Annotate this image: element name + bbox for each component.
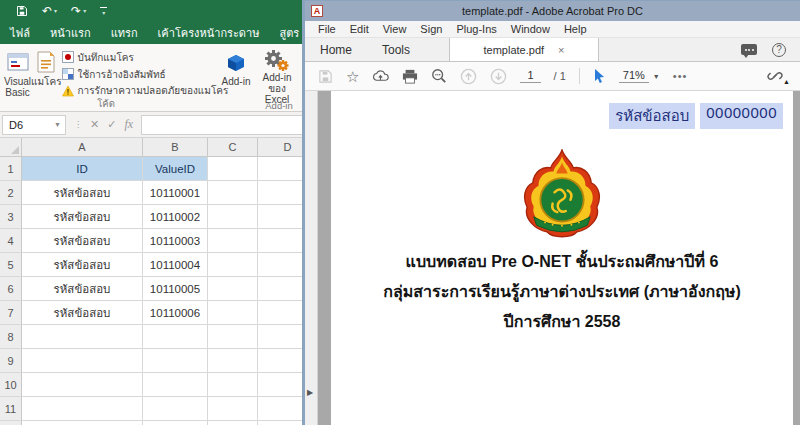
cell-c2[interactable] xyxy=(208,181,258,205)
cell-c5[interactable] xyxy=(208,253,258,277)
row-header[interactable]: 12 xyxy=(0,421,22,425)
cell-b11[interactable] xyxy=(143,397,208,421)
cell-b8[interactable] xyxy=(143,325,208,349)
row-header[interactable]: 2 xyxy=(0,181,22,205)
row-header[interactable]: 5 xyxy=(0,253,22,277)
next-page-button[interactable] xyxy=(490,68,507,85)
name-box[interactable]: D6 ▼ xyxy=(2,115,66,135)
column-header-a[interactable]: A xyxy=(22,138,143,157)
cell-c12[interactable] xyxy=(208,421,258,425)
cell-a11[interactable] xyxy=(22,397,143,421)
cell-b7[interactable]: 10110006 xyxy=(143,301,208,325)
macros-button[interactable]: แมโคร xyxy=(31,46,61,99)
cell-a6[interactable]: รหัสข้อสอบ xyxy=(22,277,143,301)
row-header[interactable]: 10 xyxy=(0,373,22,397)
menu-edit[interactable]: Edit xyxy=(343,21,376,37)
row-header[interactable]: 8 xyxy=(0,325,22,349)
menu-sign[interactable]: Sign xyxy=(413,21,449,37)
tab-acrobat-home[interactable]: Home xyxy=(305,38,367,61)
cell-b10[interactable] xyxy=(143,373,208,397)
tab-file[interactable]: ไฟล์ xyxy=(0,22,40,44)
print-button[interactable] xyxy=(402,69,418,84)
visual-basic-button[interactable]: Visual Basic xyxy=(4,46,31,99)
row-header[interactable]: 11 xyxy=(0,397,22,421)
row-header[interactable]: 3 xyxy=(0,205,22,229)
zoom-control[interactable]: 71% ▼ xyxy=(619,69,660,83)
zoom-search-button[interactable] xyxy=(431,68,447,84)
excel-addins-button[interactable]: Add-in ของ Excel xyxy=(254,46,300,99)
cell-b5[interactable]: 10110004 xyxy=(143,253,208,277)
expand-pane-icon[interactable]: ▶ xyxy=(307,388,313,397)
formula-input[interactable] xyxy=(141,115,320,135)
cell-a1[interactable]: ID xyxy=(22,157,143,181)
zoom-value[interactable]: 71% xyxy=(619,69,649,83)
cell-c3[interactable] xyxy=(208,205,258,229)
cell-c1[interactable] xyxy=(208,157,258,181)
cell-c11[interactable] xyxy=(208,397,258,421)
more-tools-button[interactable]: ••• xyxy=(673,70,688,82)
cell-c4[interactable] xyxy=(208,229,258,253)
cell-b6[interactable]: 10110005 xyxy=(143,277,208,301)
menu-window[interactable]: Window xyxy=(504,21,557,37)
confirm-entry-button[interactable]: ✓ xyxy=(107,118,116,131)
cell-c8[interactable] xyxy=(208,325,258,349)
share-cloud-button[interactable] xyxy=(372,69,389,83)
page-number-input[interactable]: 1 xyxy=(520,69,540,83)
cancel-entry-button[interactable]: ✕ xyxy=(90,118,99,131)
cell-c9[interactable] xyxy=(208,349,258,373)
row-header[interactable]: 4 xyxy=(0,229,22,253)
tab-insert[interactable]: แทรก xyxy=(101,22,148,44)
menu-plugins[interactable]: Plug-Ins xyxy=(449,21,503,37)
save-button[interactable] xyxy=(318,69,333,84)
help-icon[interactable]: ? xyxy=(772,43,786,57)
exam-code-label-field[interactable]: รหัสข้อสอบ xyxy=(609,103,695,129)
cell-b4[interactable]: 10110003 xyxy=(143,229,208,253)
cell-a8[interactable] xyxy=(22,325,143,349)
cell-a7[interactable]: รหัสข้อสอบ xyxy=(22,301,143,325)
cell-b3[interactable]: 10110002 xyxy=(143,205,208,229)
cell-b1[interactable]: ValueID xyxy=(143,157,208,181)
cell-c6[interactable] xyxy=(208,277,258,301)
cell-b2[interactable]: 10110001 xyxy=(143,181,208,205)
cell-b9[interactable] xyxy=(143,349,208,373)
row-header[interactable]: 9 xyxy=(0,349,22,373)
undo-button[interactable]: ↶▾ xyxy=(42,5,57,17)
cell-a4[interactable]: รหัสข้อสอบ xyxy=(22,229,143,253)
cell-a3[interactable]: รหัสข้อสอบ xyxy=(22,205,143,229)
select-tool-button[interactable] xyxy=(593,68,606,84)
menu-file[interactable]: File xyxy=(311,21,343,37)
record-macro-button[interactable]: บันทึกแมโคร xyxy=(62,49,229,66)
menu-view[interactable]: View xyxy=(376,21,414,37)
insert-function-button[interactable]: fx xyxy=(124,117,133,132)
cell-b12[interactable] xyxy=(143,421,208,425)
cell-c7[interactable] xyxy=(208,301,258,325)
tab-home[interactable]: หน้าแรก xyxy=(40,22,101,44)
column-header-c[interactable]: C xyxy=(208,138,258,157)
exam-code-value-field[interactable]: 00000000 xyxy=(700,103,783,129)
tab-page-layout[interactable]: เค้าโครงหน้ากระดาษ xyxy=(148,22,270,44)
column-header-b[interactable]: B xyxy=(143,138,208,157)
close-icon[interactable]: × xyxy=(558,44,564,56)
row-header[interactable]: 7 xyxy=(0,301,22,325)
select-all-corner[interactable] xyxy=(0,138,22,157)
tab-acrobat-tools[interactable]: Tools xyxy=(367,38,425,61)
previous-page-button[interactable] xyxy=(460,68,477,85)
cell-a10[interactable] xyxy=(22,373,143,397)
customize-quick-access-button[interactable]: ▾ xyxy=(100,7,107,16)
redo-button[interactable]: ↷▾ xyxy=(71,5,86,17)
tab-document[interactable]: template.pdf × xyxy=(449,38,599,61)
star-button[interactable]: ☆ xyxy=(346,69,359,84)
cell-a5[interactable]: รหัสข้อสอบ xyxy=(22,253,143,277)
row-header[interactable]: 1 xyxy=(0,157,22,181)
comments-button[interactable] xyxy=(741,44,757,55)
cell-a12[interactable] xyxy=(22,421,143,425)
row-header[interactable]: 6 xyxy=(0,277,22,301)
cell-a9[interactable] xyxy=(22,349,143,373)
use-relative-references-button[interactable]: ใช้การอ้างอิงสัมพัทธ์ xyxy=(62,66,229,83)
cell-a2[interactable]: รหัสข้อสอบ xyxy=(22,181,143,205)
addins-button[interactable]: Add-in xyxy=(218,46,254,99)
navigation-pane-strip[interactable]: ▶ xyxy=(305,91,318,425)
share-link-button[interactable]: ▲ xyxy=(766,68,784,84)
cell-c10[interactable] xyxy=(208,373,258,397)
menu-help[interactable]: Help xyxy=(557,21,594,37)
